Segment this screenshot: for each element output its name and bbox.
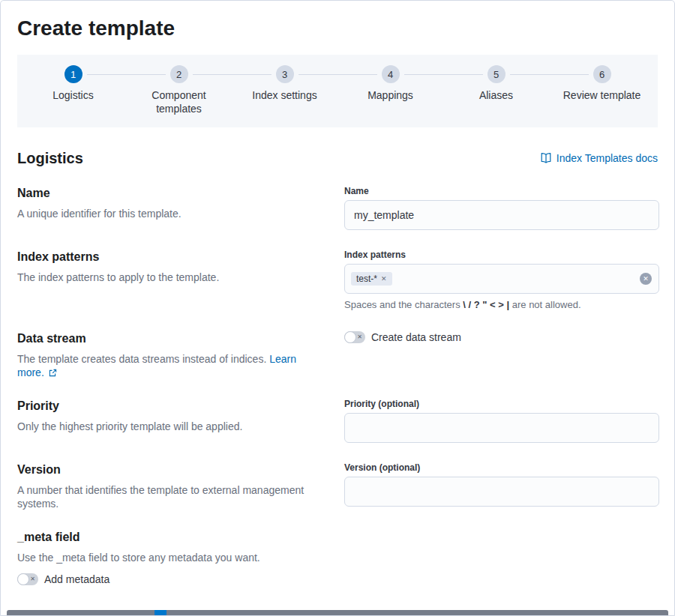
step-mappings[interactable]: 4 Mappings [338,65,443,115]
step-label: Index settings [252,88,316,102]
form-row-index-patterns: Index patterns The index patterns to app… [17,250,658,312]
name-input[interactable] [344,200,659,230]
add-metadata-toggle-row: ✕ Add metadata [17,573,658,585]
form-row-meta: _meta field Use the _meta field to store… [17,530,658,585]
page-title: Create template [17,16,658,41]
index-patterns-field-label: Index patterns [344,250,659,261]
toggle-thumb [17,573,29,585]
wizard-stepper: 1 Logistics 2 Component templates 3 Inde… [17,55,658,127]
help-text-suffix: are not allowed. [512,299,581,310]
step-number-badge: 5 [488,65,506,83]
docs-icon [540,152,552,164]
step-label: Aliases [479,88,513,102]
form-row-priority: Priority Only the highest priority templ… [17,399,658,443]
index-patterns-combobox[interactable]: test-* ✕ ✕ [344,264,659,294]
step-number-badge: 1 [64,65,82,83]
name-field-label: Name [344,186,659,197]
version-row-description: A number that identifies the template to… [17,483,323,510]
priority-field-label: Priority (optional) [344,399,659,410]
create-data-stream-label: Create data stream [371,331,461,343]
index-templates-docs-link[interactable]: Index Templates docs [540,152,658,164]
step-label: Review template [563,88,641,102]
bottom-bar [7,610,668,615]
data-stream-description-text: The template creates data streams instea… [17,353,266,365]
index-pattern-pill-label: test-* [356,274,377,284]
index-patterns-help-text: Spaces and the characters \ / ? " < > | … [344,298,659,312]
version-row-title: Version [17,462,323,477]
toggle-off-icon: ✕ [357,334,362,340]
step-logistics[interactable]: 1 Logistics [20,65,126,115]
help-text-prefix: Spaces and the characters [344,299,460,310]
docs-link-label: Index Templates docs [556,152,658,164]
priority-row-description: Only the highest priority template will … [17,420,323,433]
external-link-icon [49,369,57,377]
help-text-chars: \ / ? " < > | [463,299,509,310]
section-title: Logistics [17,148,83,168]
index-pattern-pill: test-* ✕ [351,272,392,286]
step-label: Component templates [134,88,224,115]
form-row-name: Name A unique identifier for this templa… [17,186,658,230]
remove-index-pattern-icon[interactable]: ✕ [381,275,387,283]
step-number-badge: 6 [593,65,611,83]
step-number-badge: 2 [170,65,188,83]
step-review-template[interactable]: 6 Review template [549,65,655,115]
data-stream-row-title: Data stream [17,331,323,346]
version-input[interactable] [344,477,659,507]
add-metadata-label: Add metadata [44,573,110,585]
step-number-badge: 3 [276,65,294,83]
step-aliases[interactable]: 5 Aliases [443,65,549,115]
section-header: Logistics Index Templates docs [17,148,658,168]
step-component-templates[interactable]: 2 Component templates [126,65,232,115]
step-number-badge: 4 [382,65,400,83]
create-template-page: Create template 1 Logistics 2 Component … [0,0,675,616]
meta-row-title: _meta field [17,530,658,545]
meta-row-description: Use the _meta field to store any metadat… [17,551,658,564]
step-label: Mappings [368,88,413,102]
name-row-title: Name [17,186,323,201]
step-label: Logistics [52,88,93,102]
priority-input[interactable] [344,413,659,443]
form-row-data-stream: Data stream The template creates data st… [17,331,658,379]
bottom-bar-accent [154,610,166,615]
version-field-label: Version (optional) [344,462,659,474]
index-patterns-row-title: Index patterns [17,250,323,265]
toggle-off-icon: ✕ [30,576,35,582]
priority-row-title: Priority [17,399,323,414]
index-patterns-row-description: The index patterns to apply to the templ… [17,271,323,284]
toggle-thumb [344,331,356,343]
data-stream-row-description: The template creates data streams instea… [17,352,323,379]
clear-combobox-icon[interactable]: ✕ [640,273,652,285]
add-metadata-toggle[interactable]: ✕ [17,573,38,585]
name-row-description: A unique identifier for this template. [17,207,323,220]
create-data-stream-toggle[interactable]: ✕ [344,331,365,343]
form-row-version: Version A number that identifies the tem… [17,462,658,510]
create-data-stream-toggle-row: ✕ Create data stream [344,331,659,343]
step-index-settings[interactable]: 3 Index settings [232,65,338,115]
